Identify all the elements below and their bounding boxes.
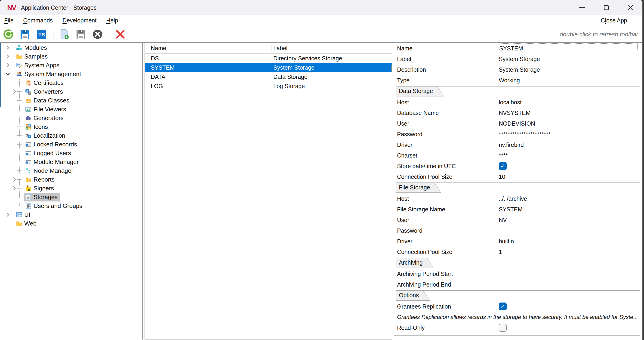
property-value[interactable]: System Storage xyxy=(498,66,640,73)
signer-icon: JS xyxy=(25,185,32,192)
table-row-ds[interactable]: DS Directory Services Storage xyxy=(145,54,392,63)
property-row-name: Name SYSTEM xyxy=(396,43,640,54)
tree-item-system-management[interactable]: System Management xyxy=(2,70,142,78)
minimize-button[interactable] xyxy=(577,2,588,13)
chevron-right-icon[interactable] xyxy=(11,88,17,94)
storage-list-panel: Name Label DS Directory Services Storage… xyxy=(143,43,393,340)
cancel-edit-button[interactable] xyxy=(92,29,103,40)
property-value-password[interactable]: *********************** xyxy=(498,131,640,138)
property-value[interactable]: NV xyxy=(498,217,640,224)
property-value[interactable]: SYSTEM xyxy=(498,206,640,213)
menu-development[interactable]: Development xyxy=(62,17,96,24)
tree-item-generators[interactable]: Generators xyxy=(2,114,142,122)
chevron-right-icon[interactable] xyxy=(11,185,17,191)
tree-item-storages[interactable]: Storages xyxy=(2,193,142,202)
menu-help[interactable]: Help xyxy=(106,17,118,24)
tree-item-logged-users[interactable]: Logged Users xyxy=(2,149,142,158)
menu-file[interactable]: File xyxy=(4,17,14,24)
tree-indent xyxy=(11,168,17,174)
property-value[interactable]: NODEVISION xyxy=(498,120,640,127)
translate-icon: 文A xyxy=(25,132,32,139)
tree-connector-stub xyxy=(17,135,24,136)
menu-commands[interactable]: Commands xyxy=(23,17,53,24)
tree-item-converters[interactable]: A✲Converters xyxy=(2,87,142,96)
tree-connector-stub xyxy=(17,118,24,118)
modules-icon xyxy=(16,45,22,51)
property-value[interactable]: 1 xyxy=(498,249,640,255)
new-document-button[interactable] xyxy=(59,29,70,40)
property-value[interactable]: NVSYSTEM xyxy=(498,110,640,116)
tree-connector-stub xyxy=(17,91,24,92)
property-row-label: Label System Storage xyxy=(396,54,640,64)
section-tab-data-storage[interactable]: Data Storage xyxy=(396,86,444,96)
tree-item-users-and-groups[interactable]: Users and Groups xyxy=(2,202,142,210)
chevron-down-icon[interactable] xyxy=(5,71,11,77)
grantees-replication-note: Grantees Replication allows records in t… xyxy=(396,312,640,322)
minimize-icon xyxy=(579,8,585,8)
column-header-name[interactable]: Name xyxy=(145,45,272,51)
property-value[interactable]: ../../archive xyxy=(498,196,640,202)
tree-item-signers[interactable]: JSSigners xyxy=(2,184,142,193)
utc-checkbox[interactable] xyxy=(499,162,507,170)
tree-item-module-manager[interactable]: Module Manager xyxy=(2,158,142,166)
storage-table: Name Label DS Directory Services Storage… xyxy=(144,43,392,340)
table-row-system[interactable]: SYSTEM System Storage xyxy=(145,63,392,72)
tree-item-certificates[interactable]: Certificates xyxy=(2,78,142,87)
tree-item-localization[interactable]: 文ALocalization xyxy=(2,131,142,140)
tree-item-icons[interactable]: Icons xyxy=(2,122,142,131)
chevron-right-icon[interactable] xyxy=(5,45,11,51)
property-value[interactable]: localhost xyxy=(498,99,640,106)
tree-item-locked-records[interactable]: Locked Records xyxy=(2,140,142,149)
section-tab-archiving[interactable]: Archiving xyxy=(396,258,434,268)
tree-indent xyxy=(11,124,17,130)
property-value[interactable]: **** xyxy=(498,152,640,159)
tree-item-system-apps[interactable]: System Apps xyxy=(2,61,142,70)
tree-indent xyxy=(11,141,17,147)
table-row-data[interactable]: DATA Data Storage xyxy=(145,72,392,82)
tree-item-ui[interactable]: UI xyxy=(2,210,142,219)
folder-icon xyxy=(16,220,22,227)
property-value[interactable]: 10 xyxy=(498,174,640,180)
toolbar: TS double click to refresh toolbar xyxy=(0,26,642,43)
chevron-right-icon[interactable] xyxy=(5,54,11,60)
tree-item-samples[interactable]: Samples xyxy=(2,52,142,61)
window-icon xyxy=(25,150,32,156)
app-logo: NV xyxy=(7,4,16,12)
tree-item-modules[interactable]: Modules xyxy=(2,43,142,52)
menu-close-app[interactable]: Close App xyxy=(601,17,627,24)
chevron-right-icon[interactable] xyxy=(5,212,11,218)
section-archiving: Archiving Archiving Period Start Archivi… xyxy=(396,258,640,290)
table-row-log[interactable]: LOG Log Storage xyxy=(145,82,392,91)
toolbar-hint: double click to refresh toolbar xyxy=(560,26,638,42)
tree-item-reports[interactable]: Reports xyxy=(2,175,142,184)
delete-button[interactable] xyxy=(115,29,126,40)
tree-item-file-viewers[interactable]: File Viewers xyxy=(2,105,142,114)
toolbar-separator xyxy=(53,29,54,40)
grantees-replication-checkbox[interactable] xyxy=(499,302,507,310)
refresh-button[interactable] xyxy=(3,29,14,40)
tree-scrollbar-thumb[interactable] xyxy=(0,43,2,107)
typescript-button[interactable]: TS xyxy=(36,29,47,40)
property-value[interactable]: Working xyxy=(498,77,640,84)
tree-item-web[interactable]: Web xyxy=(2,219,142,228)
property-value[interactable]: nv.firebird xyxy=(498,142,640,148)
save-button[interactable] xyxy=(76,29,86,40)
save-all-button[interactable] xyxy=(20,29,30,40)
chevron-right-icon[interactable] xyxy=(11,176,17,182)
chevron-right-icon[interactable] xyxy=(5,62,11,68)
column-header-label[interactable]: Label xyxy=(272,45,392,52)
property-value[interactable]: System Storage xyxy=(498,56,640,62)
tree-item-data-classes[interactable]: ClassData Classes xyxy=(2,96,142,105)
property-row-type: Type Working xyxy=(396,75,640,86)
tree-connector-stub xyxy=(11,223,15,224)
ui-window-icon xyxy=(16,212,22,218)
section-tab-options[interactable]: Options xyxy=(396,291,430,301)
property-value-name[interactable]: SYSTEM xyxy=(498,44,638,53)
tree-item-node-manager[interactable]: Node Manager xyxy=(2,166,142,175)
close-button[interactable] xyxy=(625,2,636,13)
property-value[interactable]: builtin xyxy=(498,238,640,245)
maximize-button[interactable] xyxy=(601,2,612,13)
section-tab-file-storage[interactable]: File Storage xyxy=(396,183,441,193)
tree-connector-stub xyxy=(17,206,24,206)
read-only-checkbox[interactable] xyxy=(499,324,507,332)
